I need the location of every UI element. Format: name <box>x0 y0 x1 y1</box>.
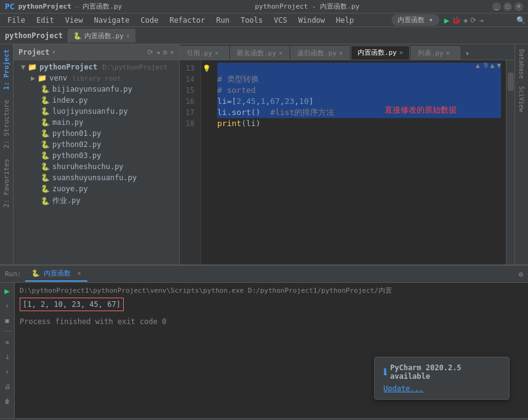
menu-navigate[interactable]: Navigate <box>89 15 135 26</box>
menu-edit[interactable]: Edit <box>31 15 59 26</box>
tree-file-index[interactable]: 🐍 index.py <box>14 95 179 106</box>
tab-yinyong-label: 引用.py <box>186 49 212 58</box>
tree-file-py02[interactable]: 🐍 python02.py <box>14 139 179 150</box>
run-icon-1[interactable]: ≡ <box>2 336 13 347</box>
step-button[interactable]: ⇥ <box>479 16 483 25</box>
run-button[interactable]: ▶ <box>444 15 449 25</box>
code-line-14: # 类型转换 <box>217 74 501 85</box>
tree-file-icon-4: 🐍 <box>41 118 50 127</box>
hint-nav-up[interactable]: ▲ <box>490 60 495 71</box>
maximize-button[interactable]: □ <box>503 2 512 11</box>
tree-file-zuoye[interactable]: 🐍 zuoye.py <box>14 183 179 194</box>
tree-file-icon: 🐍 <box>41 85 50 93</box>
tab-yinyong-close[interactable]: × <box>215 50 218 57</box>
tree-file-py03[interactable]: 🐍 python03.py <box>14 150 179 161</box>
project-tree: ▼ 📁 pythonProject D:\pythonProject ▶ 📁 v… <box>14 60 179 264</box>
file-tab-close[interactable]: × <box>126 33 130 39</box>
close-button[interactable]: × <box>514 2 523 11</box>
menu-help[interactable]: Help <box>331 15 359 26</box>
hint-nav-down[interactable]: ▼ <box>497 60 501 71</box>
tab-niming-close[interactable]: × <box>279 50 282 57</box>
code-area[interactable]: # 类型转换 # sorted li=[2,45,1,67,23,10] li.… <box>212 60 506 264</box>
tab-neizhi[interactable]: 内置函数.py × <box>351 46 410 60</box>
tree-file-suanshu[interactable]: 🐍 suanshuyunsuanfu.py <box>14 172 179 183</box>
notification-link-text[interactable]: Update... <box>383 384 423 393</box>
debug-button[interactable]: 🐞 <box>452 16 461 25</box>
separator: — <box>75 2 79 10</box>
run-config-dropdown[interactable]: 内置函数 ▾ <box>391 14 439 26</box>
sidebar-database-label[interactable]: Database <box>517 47 526 81</box>
close-panel-icon[interactable]: × <box>170 48 174 57</box>
run-icon-3[interactable]: ↑ <box>2 366 13 377</box>
tree-file-label-7: python03.py <box>52 151 101 160</box>
menu-refactor[interactable]: Refactor <box>164 15 210 26</box>
run-tab-close[interactable]: × <box>78 270 81 277</box>
gutter-empty-2 <box>201 85 212 96</box>
gutter-empty-5 <box>201 118 212 129</box>
file-tab-label: 内置函数.py <box>84 31 124 41</box>
tab-digui[interactable]: 递归函数.py × <box>290 46 350 60</box>
tree-file-label-4: main.py <box>52 118 84 127</box>
tree-file-shuru[interactable]: 🐍 shuruheshuchu.py <box>14 161 179 172</box>
notification-title: ℹ PyCharm 2020.2.5 available <box>383 363 500 381</box>
search-everywhere-icon[interactable]: 🔍 <box>516 16 526 25</box>
tree-venv-arrow: ▶ <box>31 74 35 82</box>
menu-window[interactable]: Window <box>294 15 330 26</box>
profile-button[interactable]: ⟳ <box>470 16 476 25</box>
menu-code[interactable]: Code <box>136 15 164 26</box>
code-line-15-content: # sorted <box>217 85 256 96</box>
settings-panel-icon[interactable]: ⚙ <box>163 48 167 57</box>
tab-liebiao-close[interactable]: × <box>446 50 450 57</box>
sync-icon[interactable]: ⟳ <box>147 48 153 57</box>
notification-popup: ℹ PyCharm 2020.2.5 available Update... <box>374 357 510 400</box>
tab-niming[interactable]: 匿名函数.py × <box>230 46 289 60</box>
minimize-button[interactable]: _ <box>492 2 501 11</box>
menu-run[interactable]: Run <box>211 15 234 26</box>
tree-venv[interactable]: ▶ 📁 venv library root <box>14 73 179 84</box>
project-panel: Project ▾ ⟳ ◂ ⚙ × ▼ 📁 pythonProject D:\p… <box>14 44 180 264</box>
tab-digui-close[interactable]: × <box>339 50 343 57</box>
editor-scrollbar[interactable] <box>506 60 514 264</box>
tree-file-icon-9: 🐍 <box>41 173 50 182</box>
project-file-tab[interactable]: 🐍 内置函数.py × <box>68 29 135 42</box>
menu-tools[interactable]: Tools <box>236 15 268 26</box>
run-config-label: 内置函数 ▾ <box>398 15 433 25</box>
panel-header-icons: ⟳ ◂ ⚙ × <box>147 48 174 57</box>
tree-file-bijiao[interactable]: 🐍 bijiaoyunsuanfu.py <box>14 84 179 95</box>
sidebar-structure-label[interactable]: 2: Structure <box>1 95 12 153</box>
sidebar-favorites-label[interactable]: 2: Favorites <box>1 154 12 212</box>
coverage-button[interactable]: ◈ <box>463 16 468 25</box>
tree-file-py01[interactable]: 🐍 python01.py <box>14 128 179 139</box>
scrollbar-thumb[interactable] <box>508 73 514 91</box>
title-bar: PC pythonProject — 内置函数.py pythonProject… <box>0 0 528 14</box>
menu-file[interactable]: File <box>2 15 30 26</box>
tab-liebiao[interactable]: 列表.py × <box>411 46 460 60</box>
tree-root[interactable]: ▼ 📁 pythonProject D:\pythonProject <box>14 61 179 73</box>
collapse-icon[interactable]: ◂ <box>156 48 160 57</box>
tab-yinyong[interactable]: 引用.py × <box>180 46 229 60</box>
tab-neizhi-close[interactable]: × <box>399 49 403 56</box>
tree-file-icon-11: 🐍 <box>41 197 50 205</box>
notification-title-text: PyCharm 2020.2.5 available <box>390 363 500 381</box>
run-up-button[interactable]: ↑ <box>2 300 13 311</box>
sidebar-sciview-label[interactable]: SciView <box>517 84 526 114</box>
run-settings-icon[interactable]: ⚙ <box>519 270 523 279</box>
run-stop-button[interactable]: ■ <box>2 315 13 326</box>
sidebar-project-label[interactable]: 1: Project <box>1 44 12 95</box>
run-icon-2[interactable]: ⤓ <box>2 351 13 362</box>
run-output-text: [1, 2, 10, 23, 45, 67] <box>20 298 124 311</box>
run-icon-5[interactable]: 🗑 <box>2 395 13 406</box>
run-tab-neizhi[interactable]: 🐍 内置函数 × <box>25 266 87 282</box>
tree-file-zuoye2[interactable]: 🐍 作业.py <box>14 194 179 207</box>
run-play-button[interactable]: ▶ <box>2 285 13 296</box>
menu-vcs[interactable]: VCS <box>269 15 292 26</box>
notification-link[interactable]: Update... <box>383 384 500 393</box>
run-icon-4[interactable]: 🖨 <box>2 381 13 392</box>
tree-file-luoji[interactable]: 🐍 luojiyunsuanfu.py <box>14 106 179 117</box>
menu-view[interactable]: View <box>60 15 88 26</box>
code-line-14-content: # 类型转换 <box>217 74 259 85</box>
tabs-overflow[interactable]: ▾ <box>462 47 473 60</box>
bulb-icon[interactable]: 💡 <box>202 65 211 73</box>
code-line-15: # sorted <box>217 85 501 96</box>
tree-file-main[interactable]: 🐍 main.py <box>14 117 179 128</box>
